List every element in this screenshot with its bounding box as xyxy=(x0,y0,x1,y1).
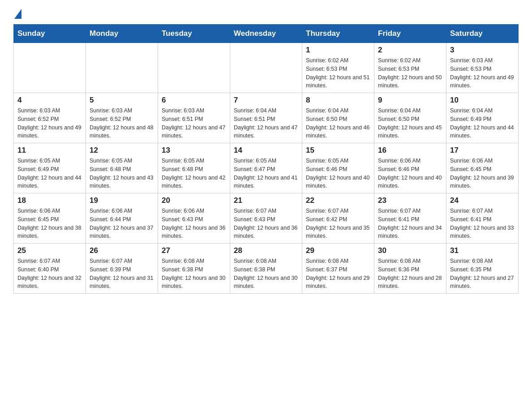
day-info: Sunrise: 6:05 AMSunset: 6:47 PMDaylight:… xyxy=(234,157,298,190)
day-info: Sunrise: 6:07 AMSunset: 6:41 PMDaylight:… xyxy=(450,207,515,240)
calendar-cell: 6Sunrise: 6:03 AMSunset: 6:51 PMDaylight… xyxy=(158,93,230,143)
day-info: Sunrise: 6:08 AMSunset: 6:38 PMDaylight:… xyxy=(162,257,226,291)
day-number: 31 xyxy=(450,246,515,255)
calendar-cell: 2Sunrise: 6:02 AMSunset: 6:53 PMDaylight… xyxy=(374,43,446,93)
day-info: Sunrise: 6:06 AMSunset: 6:44 PMDaylight:… xyxy=(90,207,154,240)
day-number: 13 xyxy=(162,146,226,155)
day-number: 7 xyxy=(234,96,298,105)
day-number: 4 xyxy=(17,96,82,105)
calendar-cell: 12Sunrise: 6:05 AMSunset: 6:48 PMDayligh… xyxy=(86,143,158,193)
calendar-cell: 25Sunrise: 6:07 AMSunset: 6:40 PMDayligh… xyxy=(14,244,86,294)
calendar-cell: 21Sunrise: 6:07 AMSunset: 6:43 PMDayligh… xyxy=(230,193,302,244)
calendar-cell xyxy=(230,43,302,93)
day-info: Sunrise: 6:03 AMSunset: 6:53 PMDaylight:… xyxy=(450,56,515,90)
day-number: 17 xyxy=(450,146,515,155)
calendar-cell: 31Sunrise: 6:08 AMSunset: 6:35 PMDayligh… xyxy=(446,244,519,294)
day-number: 10 xyxy=(450,96,515,105)
day-info: Sunrise: 6:06 AMSunset: 6:45 PMDaylight:… xyxy=(450,157,515,190)
calendar-cell: 14Sunrise: 6:05 AMSunset: 6:47 PMDayligh… xyxy=(230,143,302,193)
day-number: 26 xyxy=(90,246,154,255)
calendar-cell: 26Sunrise: 6:07 AMSunset: 6:39 PMDayligh… xyxy=(86,244,158,294)
day-number: 5 xyxy=(90,96,154,105)
weekday-header-wednesday: Wednesday xyxy=(230,25,302,43)
calendar-cell: 10Sunrise: 6:04 AMSunset: 6:49 PMDayligh… xyxy=(446,93,519,143)
day-number: 6 xyxy=(162,96,226,105)
calendar-cell: 22Sunrise: 6:07 AMSunset: 6:42 PMDayligh… xyxy=(302,193,374,244)
logo-triangle-icon xyxy=(14,9,21,19)
calendar-cell: 16Sunrise: 6:06 AMSunset: 6:46 PMDayligh… xyxy=(374,143,446,193)
weekday-header-monday: Monday xyxy=(86,25,158,43)
day-number: 28 xyxy=(234,246,298,255)
calendar-cell xyxy=(158,43,230,93)
calendar-week-row: 1Sunrise: 6:02 AMSunset: 6:53 PMDaylight… xyxy=(14,43,519,93)
day-info: Sunrise: 6:04 AMSunset: 6:51 PMDaylight:… xyxy=(234,107,298,140)
day-info: Sunrise: 6:07 AMSunset: 6:39 PMDaylight:… xyxy=(90,257,154,291)
calendar-table: SundayMondayTuesdayWednesdayThursdayFrid… xyxy=(13,24,519,294)
calendar-cell: 29Sunrise: 6:08 AMSunset: 6:37 PMDayligh… xyxy=(302,244,374,294)
calendar-cell: 1Sunrise: 6:02 AMSunset: 6:53 PMDaylight… xyxy=(302,43,374,93)
day-info: Sunrise: 6:08 AMSunset: 6:38 PMDaylight:… xyxy=(234,257,298,291)
day-number: 30 xyxy=(378,246,442,255)
day-number: 27 xyxy=(162,246,226,255)
day-number: 3 xyxy=(450,46,515,55)
day-info: Sunrise: 6:07 AMSunset: 6:42 PMDaylight:… xyxy=(306,207,370,240)
day-info: Sunrise: 6:06 AMSunset: 6:43 PMDaylight:… xyxy=(162,207,226,240)
day-info: Sunrise: 6:06 AMSunset: 6:46 PMDaylight:… xyxy=(378,157,442,190)
calendar-cell: 13Sunrise: 6:05 AMSunset: 6:48 PMDayligh… xyxy=(158,143,230,193)
weekday-header-row: SundayMondayTuesdayWednesdayThursdayFrid… xyxy=(14,25,519,43)
weekday-header-saturday: Saturday xyxy=(446,25,519,43)
day-number: 21 xyxy=(234,196,298,205)
day-number: 15 xyxy=(306,146,370,155)
weekday-header-friday: Friday xyxy=(374,25,446,43)
calendar-cell: 17Sunrise: 6:06 AMSunset: 6:45 PMDayligh… xyxy=(446,143,519,193)
day-info: Sunrise: 6:05 AMSunset: 6:46 PMDaylight:… xyxy=(306,157,370,190)
calendar-cell: 4Sunrise: 6:03 AMSunset: 6:52 PMDaylight… xyxy=(14,93,86,143)
logo xyxy=(13,9,21,20)
calendar-cell: 3Sunrise: 6:03 AMSunset: 6:53 PMDaylight… xyxy=(446,43,519,93)
day-info: Sunrise: 6:02 AMSunset: 6:53 PMDaylight:… xyxy=(378,56,442,90)
day-number: 11 xyxy=(17,146,82,155)
day-info: Sunrise: 6:03 AMSunset: 6:51 PMDaylight:… xyxy=(162,107,226,140)
day-info: Sunrise: 6:04 AMSunset: 6:50 PMDaylight:… xyxy=(378,107,442,140)
day-number: 2 xyxy=(378,46,442,55)
day-info: Sunrise: 6:08 AMSunset: 6:37 PMDaylight:… xyxy=(306,257,370,291)
day-number: 23 xyxy=(378,196,442,205)
calendar-cell: 20Sunrise: 6:06 AMSunset: 6:43 PMDayligh… xyxy=(158,193,230,244)
calendar-cell: 30Sunrise: 6:08 AMSunset: 6:36 PMDayligh… xyxy=(374,244,446,294)
calendar-cell: 24Sunrise: 6:07 AMSunset: 6:41 PMDayligh… xyxy=(446,193,519,244)
day-number: 19 xyxy=(90,196,154,205)
day-info: Sunrise: 6:03 AMSunset: 6:52 PMDaylight:… xyxy=(90,107,154,140)
day-info: Sunrise: 6:04 AMSunset: 6:49 PMDaylight:… xyxy=(450,107,515,140)
day-number: 25 xyxy=(17,246,82,255)
day-number: 24 xyxy=(450,196,515,205)
day-info: Sunrise: 6:06 AMSunset: 6:45 PMDaylight:… xyxy=(17,207,82,240)
day-info: Sunrise: 6:08 AMSunset: 6:36 PMDaylight:… xyxy=(378,257,442,291)
calendar-cell: 27Sunrise: 6:08 AMSunset: 6:38 PMDayligh… xyxy=(158,244,230,294)
day-info: Sunrise: 6:07 AMSunset: 6:40 PMDaylight:… xyxy=(17,257,82,291)
calendar-cell: 9Sunrise: 6:04 AMSunset: 6:50 PMDaylight… xyxy=(374,93,446,143)
day-number: 9 xyxy=(378,96,442,105)
calendar-cell: 7Sunrise: 6:04 AMSunset: 6:51 PMDaylight… xyxy=(230,93,302,143)
calendar-cell: 15Sunrise: 6:05 AMSunset: 6:46 PMDayligh… xyxy=(302,143,374,193)
day-number: 29 xyxy=(306,246,370,255)
day-info: Sunrise: 6:07 AMSunset: 6:41 PMDaylight:… xyxy=(378,207,442,240)
day-number: 14 xyxy=(234,146,298,155)
calendar-cell: 5Sunrise: 6:03 AMSunset: 6:52 PMDaylight… xyxy=(86,93,158,143)
calendar-cell: 8Sunrise: 6:04 AMSunset: 6:50 PMDaylight… xyxy=(302,93,374,143)
day-number: 18 xyxy=(17,196,82,205)
day-number: 1 xyxy=(306,46,370,55)
weekday-header-tuesday: Tuesday xyxy=(158,25,230,43)
calendar-week-row: 25Sunrise: 6:07 AMSunset: 6:40 PMDayligh… xyxy=(14,244,519,294)
day-info: Sunrise: 6:05 AMSunset: 6:48 PMDaylight:… xyxy=(90,157,154,190)
day-number: 20 xyxy=(162,196,226,205)
calendar-cell: 18Sunrise: 6:06 AMSunset: 6:45 PMDayligh… xyxy=(14,193,86,244)
day-info: Sunrise: 6:02 AMSunset: 6:53 PMDaylight:… xyxy=(306,56,370,90)
calendar-cell xyxy=(14,43,86,93)
calendar-cell: 11Sunrise: 6:05 AMSunset: 6:49 PMDayligh… xyxy=(14,143,86,193)
calendar-week-row: 11Sunrise: 6:05 AMSunset: 6:49 PMDayligh… xyxy=(14,143,519,193)
weekday-header-sunday: Sunday xyxy=(14,25,86,43)
day-info: Sunrise: 6:05 AMSunset: 6:48 PMDaylight:… xyxy=(162,157,226,190)
calendar-week-row: 4Sunrise: 6:03 AMSunset: 6:52 PMDaylight… xyxy=(14,93,519,143)
day-info: Sunrise: 6:05 AMSunset: 6:49 PMDaylight:… xyxy=(17,157,82,190)
header xyxy=(13,9,519,20)
